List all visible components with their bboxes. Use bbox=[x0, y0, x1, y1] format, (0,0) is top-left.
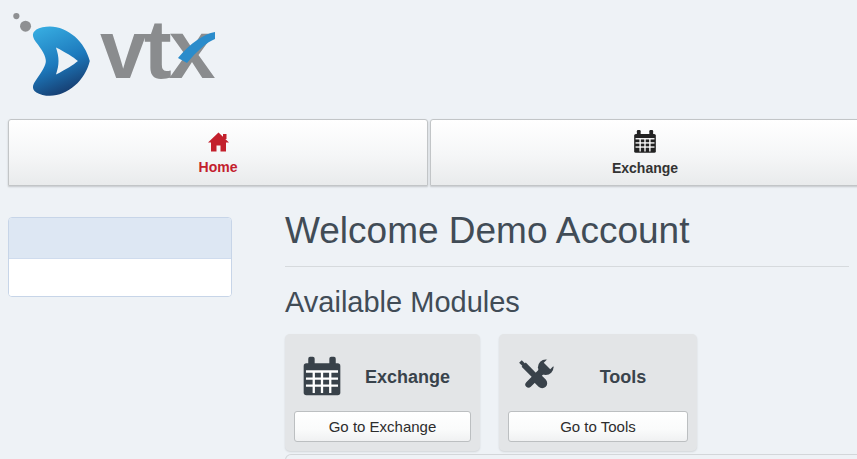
module-card-exchange: Exchange Go to Exchange bbox=[285, 334, 480, 451]
module-title: Tools bbox=[558, 367, 688, 388]
modules-row: Exchange Go to Exchange bbox=[285, 334, 849, 451]
sidebar-panel bbox=[8, 217, 232, 297]
sidebar-panel-body bbox=[9, 259, 231, 297]
vtx-logo-icon bbox=[8, 6, 100, 107]
go-to-tools-button[interactable]: Go to Tools bbox=[508, 411, 688, 442]
calendar-icon bbox=[300, 355, 344, 399]
bottom-panel-edge bbox=[285, 454, 857, 459]
calendar-icon bbox=[632, 129, 658, 155]
tools-icon bbox=[514, 355, 558, 399]
tab-home[interactable]: Home bbox=[8, 119, 428, 186]
go-to-exchange-button[interactable]: Go to Exchange bbox=[294, 411, 471, 442]
tab-exchange[interactable]: Exchange bbox=[430, 119, 857, 186]
brand-x-accent-icon bbox=[176, 32, 216, 63]
module-card-tools-header: Tools bbox=[508, 343, 688, 411]
main-nav-tabs: Home Exchange bbox=[8, 119, 857, 186]
home-icon bbox=[206, 130, 231, 154]
tab-home-label: Home bbox=[199, 159, 238, 175]
vtx-logo[interactable]: vtx bbox=[8, 6, 212, 107]
module-title: Exchange bbox=[344, 367, 471, 388]
section-title: Available Modules bbox=[285, 288, 849, 317]
tab-exchange-label: Exchange bbox=[612, 160, 678, 176]
title-divider bbox=[285, 266, 849, 267]
sidebar-panel-header[interactable] bbox=[9, 218, 231, 259]
page-title: Welcome Demo Account bbox=[285, 212, 849, 249]
main-content: Welcome Demo Account Available Modules bbox=[285, 186, 849, 451]
module-card-exchange-header: Exchange bbox=[294, 343, 471, 411]
module-card-tools: Tools Go to Tools bbox=[499, 334, 697, 451]
